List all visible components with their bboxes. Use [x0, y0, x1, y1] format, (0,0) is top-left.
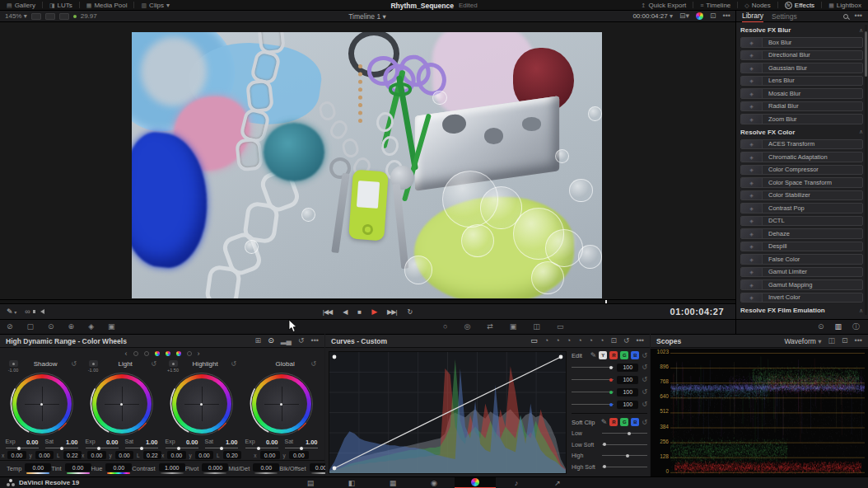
scopes-icon[interactable]: ▥ [834, 323, 842, 331]
annotate-pencil-icon[interactable]: ✎ ▾ [7, 308, 16, 316]
slider-value-field[interactable]: 100 [617, 376, 638, 384]
top-button-nodes[interactable]: ◇Nodes [738, 0, 777, 10]
slider-reset-icon[interactable]: ↺ [642, 401, 647, 408]
y-value-field[interactable]: 0.00 [195, 451, 213, 459]
tracker-icon[interactable]: ⊙ [48, 323, 54, 331]
fx-item-dehaze[interactable]: ◈Dehaze [740, 228, 863, 239]
global-value-field[interactable]: 0.00 [253, 463, 279, 472]
top-button-clips[interactable]: ▥Clips▾ [134, 0, 175, 10]
slider-handle[interactable] [97, 447, 100, 450]
fx-item-despill[interactable]: ◈Despill [740, 242, 863, 252]
wheels-prev-icon[interactable]: ‹ [125, 350, 128, 358]
slider-handle[interactable] [300, 447, 303, 450]
loop-icon[interactable]: ↻ [408, 308, 413, 316]
l-value-field[interactable]: 0.22 [143, 451, 161, 459]
swap-icon[interactable]: ◫ [533, 323, 540, 331]
slider-handle[interactable] [603, 443, 606, 446]
slider-reset-icon[interactable]: ↺ [642, 376, 647, 383]
fx-item-chromatic-adaptation[interactable]: ◈Chromatic Adaptation [740, 152, 863, 162]
slider-handle[interactable] [140, 447, 143, 450]
play-icon[interactable]: ▶ [371, 307, 376, 316]
fx-item-box-blur[interactable]: ◈Box Blur [740, 37, 863, 48]
scope-options-icon[interactable]: ••• [855, 337, 862, 345]
soft-gang-icon[interactable]: ✎ [601, 419, 608, 426]
slider-track[interactable] [602, 433, 647, 434]
range-control[interactable]: -1.00 [7, 360, 20, 373]
y-value-field[interactable]: 0.00 [115, 451, 133, 459]
curve-hue-sat-icon[interactable]: ◔ [555, 337, 559, 345]
soft-channel-button-r[interactable]: R [609, 418, 618, 426]
fx-item-invert-color[interactable]: ◈Invert Color [740, 293, 863, 303]
viewer-mode-button-1[interactable] [31, 13, 41, 20]
curve-lum-sat-icon[interactable]: ◔ [577, 337, 581, 345]
color-wheel[interactable] [10, 372, 74, 436]
library-section-header[interactable]: Resolve FX Film Emulation∧ [740, 305, 863, 316]
slider-track[interactable] [572, 367, 614, 368]
stills-icon[interactable]: ▣ [108, 323, 115, 331]
curve-sat-lum-icon[interactable]: ◔ [600, 337, 604, 345]
slider-handle[interactable] [609, 391, 613, 394]
slider-reset-icon[interactable]: ↺ [642, 388, 647, 396]
viewer-mode-button-2[interactable] [45, 13, 55, 20]
exp-control[interactable]: Exp0.00 [86, 439, 119, 448]
color-wheel[interactable] [250, 372, 314, 436]
slider-track[interactable] [602, 467, 647, 467]
fx-item-aces-transform[interactable]: ◈ACES Transform [740, 139, 863, 150]
slider-handle[interactable] [220, 447, 223, 450]
slider-value-field[interactable]: 100 [617, 388, 638, 396]
edit-reset-icon[interactable]: ↺ [642, 352, 647, 359]
wheel-page-dot-4[interactable] [166, 351, 170, 356]
l-value-field[interactable]: 0.22 [63, 451, 82, 459]
fx-item-color-space-transform[interactable]: ◈Color Space Transform [740, 177, 863, 188]
page-media[interactable]: ▤ [290, 477, 331, 488]
scope-expand-icon[interactable]: ⊡ [842, 337, 848, 345]
color-wheel[interactable] [90, 372, 154, 436]
picker-icon[interactable]: ◈ [88, 323, 94, 331]
wheel-reset-icon[interactable]: ↺ [231, 360, 236, 368]
fx-item-gamut-mapping[interactable]: ◈Gamut Mapping [740, 279, 863, 290]
add-wheel-icon[interactable]: ⊞ [255, 337, 262, 345]
top-button-media-pool[interactable]: ▦Media Pool [80, 0, 134, 10]
fx-item-gamut-limiter[interactable]: ◈Gamut Limiter [740, 267, 863, 278]
global-value-field[interactable]: 1.000 [159, 463, 185, 472]
slider-handle[interactable] [257, 447, 260, 450]
library-section-header[interactable]: Resolve FX Color∧ [740, 127, 863, 138]
hdr-options-icon[interactable]: ••• [311, 337, 319, 345]
curves-expand-icon[interactable]: ⊡ [610, 337, 617, 345]
library-options-icon[interactable]: ••• [855, 12, 862, 20]
tab-library[interactable]: Library [742, 10, 763, 23]
wheel-center-handle[interactable] [120, 403, 123, 406]
scope-mode-select[interactable]: Waveform ▾ [784, 337, 821, 345]
slider-track[interactable] [602, 444, 647, 445]
wheel-page-dot-2[interactable] [144, 351, 149, 356]
fx-item-zoom-blur[interactable]: ◈Zoom Blur [740, 114, 863, 124]
fx-item-contrast-pop[interactable]: ◈Contrast Pop [740, 203, 863, 214]
render-cache-icon[interactable]: ⊟▾ [679, 12, 689, 20]
page-color[interactable] [455, 477, 496, 488]
soft-channel-button-b[interactable]: B [631, 418, 639, 426]
slider-track[interactable] [572, 404, 614, 405]
l-value-field[interactable]: 0.20 [223, 451, 241, 459]
global-value-field[interactable]: 0.00 [65, 463, 91, 472]
library-scrollbar[interactable] [865, 25, 867, 315]
expand-viewer-icon[interactable]: ⊡ [710, 12, 716, 20]
fx-item-color-stabilizer[interactable]: ◈Color Stabilizer [740, 190, 863, 201]
skip-start-icon[interactable]: |◀◀ [323, 308, 332, 316]
page-fusion[interactable]: ◉ [413, 477, 455, 488]
wheel-center-handle[interactable] [200, 403, 203, 406]
curve-hue-lum-icon[interactable]: ◔ [567, 337, 571, 345]
exp-control[interactable]: Exp0.00 [166, 439, 198, 448]
wheel-center-handle[interactable] [40, 403, 43, 406]
search-icon[interactable] [843, 14, 848, 19]
gang-channels-icon[interactable]: ✎ [590, 352, 597, 359]
top-button-effects[interactable]: fxEffects [778, 0, 821, 10]
global-value-field[interactable]: 0.000 [202, 463, 228, 472]
stop-icon[interactable]: ■ [357, 308, 361, 316]
x-value-field[interactable]: 0.00 [7, 451, 26, 459]
wheel-page-dot-1[interactable] [133, 351, 138, 356]
global-value-field[interactable]: 0.00 [105, 463, 132, 472]
scope-settings-icon[interactable]: ◫ [828, 337, 835, 345]
slider-handle[interactable] [603, 465, 606, 468]
slider-value-field[interactable]: 100 [617, 364, 638, 372]
curves-reset-icon[interactable]: ↺ [623, 337, 630, 345]
